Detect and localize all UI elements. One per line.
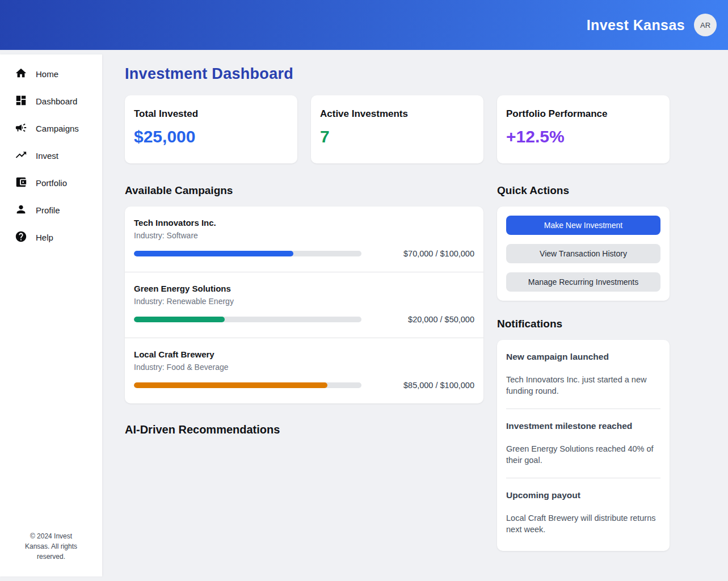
sidebar-item-portfolio[interactable]: Portfolio <box>0 169 102 196</box>
sidebar-item-help[interactable]: Help <box>0 224 102 251</box>
sidebar-item-profile[interactable]: Profile <box>0 196 102 224</box>
help-icon <box>15 230 27 245</box>
sidebar-item-campaigns[interactable]: Campaigns <box>0 115 102 142</box>
progress-bar-track <box>134 317 361 322</box>
campaigns-card: Tech Innovators Inc. Industry: Software … <box>125 207 483 403</box>
app-header: Invest Kansas AR <box>0 0 728 50</box>
stat-card-total-invested: Total Invested $25,000 <box>125 95 297 163</box>
divider <box>506 478 660 478</box>
campaign-amount: $70,000 / $100,000 <box>403 249 474 258</box>
stat-card-portfolio-performance: Portfolio Performance +12.5% <box>497 95 670 163</box>
page-title: Investment Dashboard <box>125 65 728 83</box>
sidebar-item-label: Campaigns <box>36 124 79 133</box>
campaign-name: Local Craft Brewery <box>134 350 474 359</box>
sidebar-nav: Home Dashboard Campaigns Invest Portfoli… <box>0 54 102 531</box>
notification-body: Local Craft Brewery will distribute retu… <box>506 512 660 535</box>
campaign-industry: Industry: Renewable Energy <box>134 297 474 306</box>
campaigns-section-title: Available Campaigns <box>125 184 483 197</box>
notification-title: Upcoming payout <box>506 490 660 500</box>
notification-item: New campaign launched Tech Innovators In… <box>506 352 660 397</box>
campaign-name: Tech Innovators Inc. <box>134 218 474 228</box>
stat-label: Portfolio Performance <box>506 108 660 120</box>
sidebar-item-label: Home <box>36 69 58 79</box>
ai-recommendations-section-title: AI-Driven Recommendations <box>125 423 483 436</box>
campaign-amount: $85,000 / $100,000 <box>403 381 474 390</box>
campaign-name: Green Energy Solutions <box>134 284 474 293</box>
campaign-progress-line: $70,000 / $100,000 <box>134 249 474 258</box>
wallet-icon <box>15 176 27 190</box>
sidebar-item-dashboard[interactable]: Dashboard <box>0 87 102 115</box>
avatar-initials: AR <box>700 21 710 30</box>
stat-value: $25,000 <box>134 127 288 146</box>
stat-card-active-investments: Active Investments 7 <box>311 95 483 163</box>
sidebar-item-label: Help <box>36 233 53 242</box>
stat-label: Total Invested <box>134 108 288 120</box>
right-column: Quick Actions Make New Investment View T… <box>497 184 670 551</box>
dashboard-icon <box>15 94 27 108</box>
content-columns: Available Campaigns Tech Innovators Inc.… <box>125 184 670 551</box>
sidebar-item-home[interactable]: Home <box>0 60 102 87</box>
progress-bar-fill <box>134 382 327 388</box>
campaign-row-tech-innovators[interactable]: Tech Innovators Inc. Industry: Software … <box>125 207 483 272</box>
sidebar: Home Dashboard Campaigns Invest Portfoli… <box>0 54 102 576</box>
campaign-row-green-energy[interactable]: Green Energy Solutions Industry: Renewab… <box>125 272 483 338</box>
campaign-progress-line: $20,000 / $50,000 <box>134 315 474 324</box>
stat-value: 7 <box>320 127 474 146</box>
progress-bar-track <box>134 251 361 256</box>
view-transaction-history-button[interactable]: View Transaction History <box>506 244 660 263</box>
campaign-industry: Industry: Software <box>134 231 474 240</box>
campaign-amount: $20,000 / $50,000 <box>408 315 474 324</box>
sidebar-item-label: Portfolio <box>36 178 67 188</box>
app-title: Invest Kansas <box>587 17 685 33</box>
notifications-card: New campaign launched Tech Innovators In… <box>497 340 670 551</box>
campaign-progress-line: $85,000 / $100,000 <box>134 381 474 390</box>
main-content: Investment Dashboard Total Invested $25,… <box>102 50 728 581</box>
notification-title: New campaign launched <box>506 352 660 362</box>
notification-body: Green Energy Solutions reached 40% of th… <box>506 443 660 466</box>
sidebar-item-invest[interactable]: Invest <box>0 142 102 169</box>
page-layout: Home Dashboard Campaigns Invest Portfoli… <box>0 50 728 581</box>
sidebar-item-label: Profile <box>36 205 60 215</box>
campaign-row-craft-brewery[interactable]: Local Craft Brewery Industry: Food & Bev… <box>125 338 483 403</box>
notification-body: Tech Innovators Inc. just started a new … <box>506 374 660 397</box>
stats-row: Total Invested $25,000 Active Investment… <box>125 95 670 163</box>
stat-value: +12.5% <box>506 127 660 146</box>
notification-title: Investment milestone reached <box>506 421 660 431</box>
quick-actions-section-title: Quick Actions <box>497 184 670 197</box>
megaphone-icon <box>15 121 27 136</box>
person-icon <box>15 203 27 217</box>
quick-actions-card: Make New Investment View Transaction His… <box>497 207 670 301</box>
copyright-text: © 2024 Invest Kansas. All rights reserve… <box>0 531 102 576</box>
make-new-investment-button[interactable]: Make New Investment <box>506 216 660 235</box>
progress-bar-track <box>134 382 361 388</box>
progress-bar-fill <box>134 317 225 322</box>
manage-recurring-investments-button[interactable]: Manage Recurring Investments <box>506 272 660 292</box>
sidebar-item-label: Dashboard <box>36 96 77 106</box>
progress-bar-fill <box>134 251 293 256</box>
home-icon <box>15 67 27 81</box>
notifications-section-title: Notifications <box>497 318 670 330</box>
notification-item: Upcoming payout Local Craft Brewery will… <box>506 490 660 535</box>
notification-item: Investment milestone reached Green Energ… <box>506 421 660 466</box>
stat-label: Active Investments <box>320 108 474 120</box>
campaign-industry: Industry: Food & Beverage <box>134 363 474 372</box>
sidebar-item-label: Invest <box>36 151 58 161</box>
divider <box>506 409 660 409</box>
trending-up-icon <box>15 149 27 163</box>
user-avatar[interactable]: AR <box>694 14 717 36</box>
campaigns-column: Available Campaigns Tech Innovators Inc.… <box>125 184 483 436</box>
